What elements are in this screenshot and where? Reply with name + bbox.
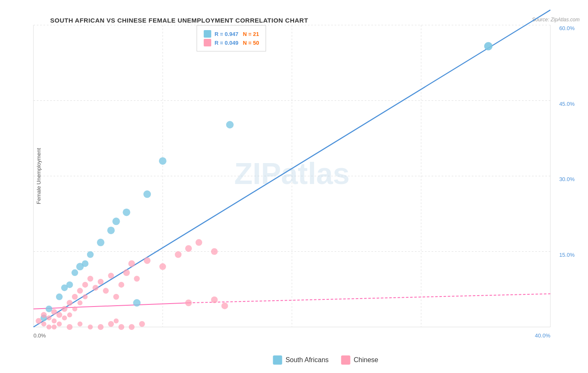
- x-label-40: 40.0%: [535, 332, 550, 339]
- cn-dot-low: [114, 319, 119, 324]
- cn-dot: [175, 251, 182, 258]
- cn-dot-low: [67, 324, 73, 330]
- legend-row-south-africans: R = 0.947 N = 21: [204, 30, 259, 38]
- cn-dot: [56, 312, 62, 318]
- cn-dot: [211, 248, 218, 255]
- sa-dot: [159, 157, 166, 165]
- legend-r2: R = 0.049 N = 50: [215, 40, 259, 46]
- cn-dot-scatter: [185, 299, 192, 306]
- south-africans-swatch: [204, 30, 211, 38]
- cn-dot: [82, 282, 88, 288]
- cn-dot-low: [88, 324, 93, 330]
- sa-dot-top: [484, 42, 493, 51]
- chinese-color-swatch: [341, 355, 350, 365]
- bottom-legend: South Africans Chinese: [273, 355, 378, 365]
- cn-dot: [159, 263, 166, 270]
- cn-dot-low: [129, 324, 135, 330]
- cn-dot: [67, 300, 73, 306]
- sa-dot: [112, 217, 120, 225]
- cn-dot: [185, 245, 192, 252]
- chinese-swatch: [204, 39, 211, 46]
- cn-dot: [134, 276, 140, 281]
- scatter-svg: ZIPatlas: [33, 25, 550, 327]
- cn-dot: [51, 309, 57, 315]
- y-label-60: 60.0%: [559, 25, 575, 31]
- y-label-30: 30.0%: [559, 176, 575, 182]
- sa-dot: [107, 227, 115, 234]
- cn-dot: [83, 294, 88, 299]
- source-text: Source: ZipAtlas.com: [532, 17, 580, 23]
- cn-dot-scatter: [221, 302, 228, 309]
- cn-dot: [61, 306, 67, 312]
- chinese-label: Chinese: [354, 356, 378, 364]
- cn-dot: [57, 322, 62, 327]
- cn-dot: [103, 288, 109, 294]
- cn-dot-scatter: [211, 296, 218, 303]
- y-label-45: 45.0%: [559, 101, 575, 107]
- sa-dot: [143, 190, 151, 198]
- cn-dot: [87, 276, 93, 281]
- sa-dot: [97, 239, 105, 246]
- sa-dot: [66, 281, 73, 288]
- cn-dot: [62, 315, 67, 320]
- cn-dot: [36, 318, 41, 324]
- cn-dot: [72, 307, 77, 312]
- sa-dot-outlier: [226, 121, 234, 128]
- cn-dot-low: [139, 321, 145, 327]
- sa-dot: [82, 260, 89, 267]
- cn-dot: [128, 260, 135, 267]
- cn-dot: [118, 282, 124, 288]
- cn-dot: [51, 319, 56, 324]
- cn-dot: [46, 324, 51, 330]
- cn-dot-low: [51, 324, 56, 330]
- legend-row-chinese: R = 0.049 N = 50: [204, 39, 259, 46]
- sa-dot: [72, 269, 78, 276]
- y-axis-label: Female Unemployment: [36, 148, 42, 204]
- cn-dot-low: [118, 324, 124, 330]
- cn-dot-low: [108, 321, 114, 327]
- chart-svg-wrapper: Female Unemployment 60.0% 45.0% 30.0% 15…: [33, 25, 550, 327]
- cn-dot: [46, 315, 51, 320]
- cn-dot: [144, 257, 151, 264]
- bottom-legend-south-africans: South Africans: [273, 355, 329, 365]
- sa-dot: [87, 251, 94, 258]
- x-label-0: 0.0%: [33, 332, 46, 339]
- pink-trend-solid: [33, 303, 189, 309]
- south-africans-label: South Africans: [286, 356, 329, 364]
- y-label-15: 15.0%: [559, 252, 575, 258]
- cn-dot: [72, 294, 78, 300]
- x-axis-labels: 0.0% 40.0%: [33, 332, 550, 339]
- cn-dot: [196, 239, 202, 246]
- cn-dot: [77, 300, 82, 305]
- cn-dot: [77, 288, 83, 294]
- south-africans-color-swatch: [273, 355, 282, 365]
- cn-dot: [113, 294, 119, 300]
- cn-dot: [108, 273, 114, 278]
- cn-dot: [67, 312, 72, 317]
- bottom-legend-chinese: Chinese: [341, 355, 378, 365]
- chart-container: SOUTH AFRICAN VS CHINESE FEMALE UNEMPLOY…: [0, 0, 588, 373]
- sa-dot: [123, 209, 130, 216]
- cn-dot: [41, 322, 46, 327]
- pink-trend-dashed: [189, 294, 550, 303]
- cn-dot: [92, 285, 98, 291]
- cn-dot: [98, 279, 104, 285]
- sa-dot-low: [133, 299, 141, 307]
- legend-r1: R = 0.947 N = 21: [215, 31, 259, 37]
- cn-dot-low: [77, 322, 82, 327]
- watermark-text: ZIPatlas: [234, 157, 350, 190]
- chart-title: SOUTH AFRICAN VS CHINESE FEMALE UNEMPLOY…: [50, 17, 555, 24]
- cn-dot: [123, 269, 130, 276]
- cn-dot-low: [98, 324, 104, 330]
- legend-box: R = 0.947 N = 21 R = 0.049 N = 50: [197, 25, 266, 51]
- y-axis-labels: 60.0% 45.0% 30.0% 15.0%: [559, 25, 575, 327]
- sa-dot: [56, 294, 63, 300]
- cn-dot: [41, 312, 47, 318]
